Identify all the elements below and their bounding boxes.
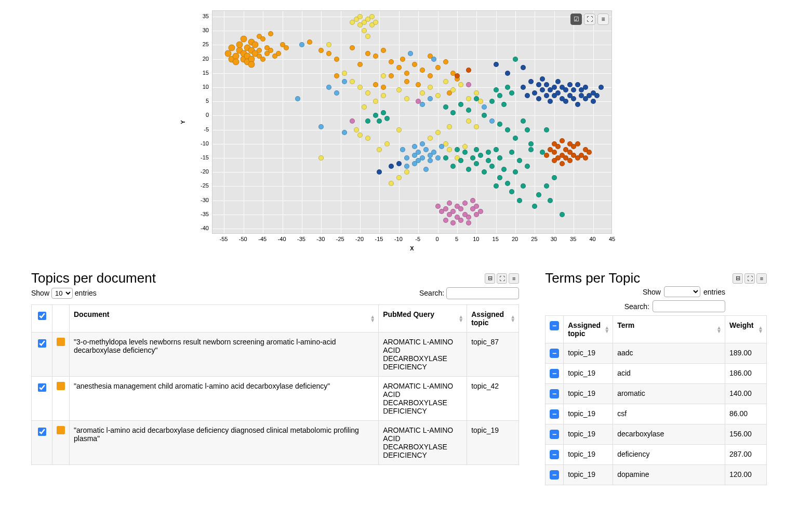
chart-select-icon[interactable]: ☑ (570, 14, 582, 25)
scatter-point[interactable] (318, 48, 324, 53)
scatter-point[interactable] (342, 79, 347, 84)
scatter-point[interactable] (443, 155, 448, 161)
scatter-point[interactable] (474, 124, 479, 129)
chart-expand-icon[interactable]: ⛶ (584, 14, 595, 25)
scatter-point[interactable] (478, 153, 483, 158)
scatter-point[interactable] (540, 76, 545, 82)
scatter-point[interactable] (412, 161, 417, 166)
scatter-point[interactable] (497, 122, 502, 127)
scatter-point[interactable] (466, 96, 471, 101)
scatter-point[interactable] (494, 183, 499, 189)
scatter-point[interactable] (540, 87, 545, 92)
scatter-point[interactable] (521, 65, 526, 70)
scatter-point[interactable] (544, 93, 549, 98)
scatter-point[interactable] (447, 147, 452, 152)
scatter-point[interactable] (489, 164, 495, 169)
scatter-point[interactable] (373, 113, 378, 118)
scatter-point[interactable] (334, 90, 339, 96)
scatter-point[interactable] (583, 85, 588, 90)
scatter-point[interactable] (362, 28, 367, 33)
scatter-point[interactable] (458, 102, 463, 107)
scatter-point[interactable] (443, 104, 448, 110)
term-header[interactable]: Term▲▼ (613, 316, 725, 343)
scatter-point[interactable] (404, 164, 409, 169)
scatter-point[interactable] (462, 150, 468, 155)
scatter-point[interactable] (474, 147, 479, 152)
scatter-point[interactable] (458, 158, 463, 163)
assigned-topic-header[interactable]: Assigned topic▲▼ (467, 305, 519, 332)
scatter-point[interactable] (517, 158, 522, 163)
scatter-point[interactable] (494, 62, 499, 67)
scatter-point[interactable] (450, 220, 456, 225)
scatter-point[interactable] (458, 218, 463, 223)
scatter-point[interactable] (532, 90, 537, 96)
scatter-point[interactable] (575, 102, 580, 107)
scatter-point[interactable] (326, 42, 331, 47)
scatter-point[interactable] (552, 175, 557, 180)
scatter-point[interactable] (284, 45, 289, 50)
scatter-point[interactable] (350, 118, 355, 124)
scatter-point[interactable] (536, 192, 541, 197)
scatter-point[interactable] (389, 164, 394, 169)
scatter-point[interactable] (428, 136, 433, 141)
scatter-point[interactable] (326, 51, 331, 56)
scatter-point[interactable] (268, 48, 273, 53)
row-checkbox[interactable] (38, 428, 46, 436)
scatter-point[interactable] (428, 85, 433, 90)
row-collapse-button[interactable]: − (550, 430, 559, 439)
show-entries-select[interactable]: 10 (51, 288, 73, 299)
scatter-point[interactable] (420, 90, 425, 96)
scatter-point[interactable] (501, 102, 507, 107)
scatter-point[interactable] (431, 57, 436, 62)
scatter-point[interactable] (365, 118, 370, 124)
scatter-point[interactable] (389, 59, 394, 64)
scatter-point[interactable] (381, 110, 386, 115)
scatter-point[interactable] (536, 82, 541, 87)
scatter-point[interactable] (513, 57, 518, 62)
scatter-point[interactable] (536, 96, 541, 101)
scatter-point[interactable] (439, 144, 444, 149)
terms-show-entries-select[interactable] (664, 286, 700, 297)
scatter-point[interactable] (494, 147, 499, 152)
scatter-point[interactable] (458, 82, 463, 87)
scatter-point[interactable] (587, 150, 592, 155)
scatter-point[interactable] (435, 155, 441, 161)
scatter-point[interactable] (435, 93, 441, 98)
scatter-point[interactable] (571, 87, 576, 92)
scatter-point[interactable] (482, 104, 487, 110)
scatter-point[interactable] (521, 183, 526, 189)
panel-menu-icon[interactable]: ≡ (509, 273, 519, 284)
scatter-point[interactable] (326, 85, 331, 90)
scatter-point[interactable] (357, 85, 363, 90)
scatter-point[interactable] (552, 150, 557, 155)
scatter-point[interactable] (450, 110, 456, 115)
terms-search-input[interactable] (653, 300, 725, 312)
scatter-point[interactable] (482, 113, 487, 118)
scatter-point[interactable] (428, 158, 433, 163)
scatter-point[interactable] (307, 39, 312, 45)
scatter-point[interactable] (377, 169, 382, 175)
row-collapse-button[interactable]: − (550, 470, 559, 480)
scatter-point[interactable] (299, 42, 304, 47)
scatter-point[interactable] (478, 209, 483, 214)
scatter-point[interactable] (295, 96, 300, 101)
scatter-point[interactable] (396, 161, 402, 166)
scatter-point[interactable] (350, 45, 355, 50)
scatter-point[interactable] (455, 147, 460, 152)
scatter-point[interactable] (505, 127, 510, 132)
scatter-point[interactable] (257, 48, 262, 53)
scatter-point[interactable] (416, 99, 421, 104)
scatter-point[interactable] (458, 206, 463, 211)
scatter-point[interactable] (528, 147, 534, 152)
scatter-point[interactable] (377, 147, 382, 152)
scatter-point[interactable] (236, 42, 243, 48)
scatter-point[interactable] (357, 62, 363, 67)
scatter-point[interactable] (423, 147, 429, 152)
collapse-all-button[interactable]: − (550, 321, 559, 330)
scatter-point[interactable] (260, 36, 265, 42)
scatter-point[interactable] (591, 99, 596, 104)
scatter-point[interactable] (381, 48, 386, 53)
scatter-point[interactable] (396, 87, 402, 92)
scatter-point[interactable] (384, 141, 390, 147)
scatter-point[interactable] (521, 85, 526, 90)
